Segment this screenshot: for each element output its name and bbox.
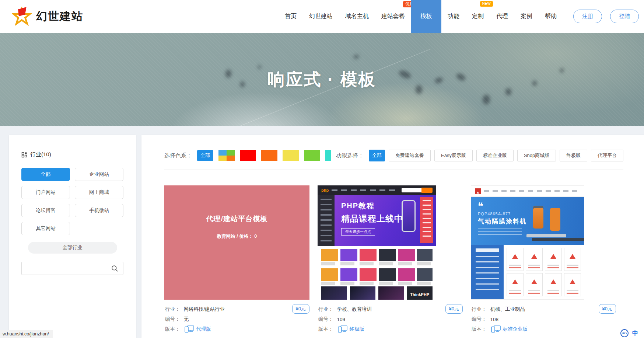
- code-label: 编号：: [165, 316, 180, 323]
- template-cards: 代理/建站平台模板 教育网站 / 价格： 0 行业： 网络科技/建站行业 编号：…: [164, 185, 623, 335]
- industry-value: 学校、教育培训: [337, 306, 372, 313]
- search-input[interactable]: [21, 262, 106, 275]
- nav-item-features[interactable]: 功能: [441, 0, 466, 33]
- filter-divider: [164, 170, 623, 170]
- industry-label: 行业：: [472, 306, 487, 313]
- preview-site-logo: [475, 188, 481, 194]
- template-preview-agency[interactable]: 代理/建站平台模板 教育网站 / 价格： 0: [164, 185, 309, 300]
- nav-item-huanshi[interactable]: 幻世建站: [303, 0, 339, 33]
- template-card: 代理/建站平台模板 教育网站 / 价格： 0 行业： 网络科技/建站行业 编号：…: [164, 185, 309, 335]
- preview-site-header: [471, 186, 584, 197]
- logo-star-icon: [12, 7, 32, 27]
- industry-label: 行业：: [165, 306, 180, 313]
- preview-site-logo: php: [321, 188, 329, 192]
- function-free-package[interactable]: 免费建站套餐: [389, 150, 431, 161]
- preview-dark-row: ThinkPHP: [321, 286, 433, 300]
- preview-category-sidebar: [471, 245, 504, 299]
- version-link[interactable]: 终极版: [350, 326, 365, 332]
- version-label: 版本：: [318, 326, 333, 332]
- template-info: 行业： 学校、教育培训 编号： 109 版本： 终: [318, 300, 463, 333]
- code-value: 无: [184, 316, 189, 323]
- industry-sidebar: 行业(10) 全部 企业网站 门户网站 网上商城 论坛博客 手机微站 其它网站 …: [9, 135, 136, 338]
- category-grid: 全部 企业网站 门户网站 网上商城 论坛博客 手机微站 其它网站: [21, 168, 123, 235]
- code-label: 编号：: [472, 316, 487, 323]
- nav-item-help[interactable]: 帮助: [539, 0, 563, 33]
- code-value: 108: [490, 317, 499, 322]
- devices-icon: [338, 325, 347, 333]
- main-area: 行业(10) 全部 企业网站 门户网站 网上商城 论坛博客 手机微站 其它网站 …: [0, 126, 644, 338]
- ime-indicator: iFLY 中: [620, 329, 638, 337]
- version-link[interactable]: 代理版: [196, 326, 211, 332]
- category-all[interactable]: 全部: [21, 168, 70, 181]
- sidebar-search: [21, 262, 123, 275]
- nav-item-packages[interactable]: 建站套餐 优惠: [375, 0, 411, 33]
- logo-text: 幻世建站: [36, 9, 83, 24]
- devices-icon: [185, 325, 194, 333]
- price-badge: ¥0元: [292, 304, 309, 314]
- devices-icon: [491, 325, 501, 333]
- preview-subtitle: 教育网站 / 价格： 0: [217, 233, 257, 240]
- category-mall[interactable]: 网上商城: [75, 186, 123, 199]
- function-standard[interactable]: 标准企业版: [476, 150, 514, 161]
- ime-ifly-icon[interactable]: iFLY: [620, 329, 629, 337]
- color-all-button[interactable]: 全部: [197, 150, 213, 161]
- login-button[interactable]: 登陆: [610, 10, 639, 23]
- color-filter-label: 选择色系：: [164, 152, 192, 159]
- color-swatch-multi[interactable]: [218, 150, 235, 161]
- all-industries-button[interactable]: 全部行业: [28, 242, 117, 254]
- function-ultimate[interactable]: 终极版: [560, 150, 587, 161]
- category-mobile[interactable]: 手机微站: [75, 204, 123, 217]
- preview-site-sidebar: [318, 195, 335, 246]
- nav-item-home[interactable]: 首页: [279, 0, 303, 33]
- version-link[interactable]: 标准企业版: [503, 326, 528, 332]
- industry-label: 行业：: [318, 306, 333, 313]
- preview-site-header: php: [318, 185, 436, 195]
- nav-item-cases[interactable]: 案例: [514, 0, 539, 33]
- category-portal[interactable]: 门户网站: [21, 186, 70, 199]
- register-button[interactable]: 注册: [573, 10, 602, 23]
- preview-hero-tag: 每天进步一点点: [341, 228, 375, 236]
- preview-promo-banner: [420, 197, 433, 243]
- preview-text-lines: [321, 262, 433, 265]
- preview-text-lines: [321, 282, 433, 285]
- nav-item-templates[interactable]: 模板: [411, 0, 441, 33]
- preview-brand-tile: ThinkPHP: [407, 286, 433, 300]
- preview-phone-mock: [402, 200, 416, 232]
- category-other[interactable]: 其它网站: [21, 222, 70, 235]
- preview-title: 代理/建站平台模板: [206, 214, 267, 224]
- function-easy[interactable]: Easy展示版: [434, 150, 473, 161]
- logo[interactable]: 幻世建站: [12, 7, 83, 27]
- industry-value: 网络科技/建站行业: [184, 306, 225, 313]
- auth-buttons: 注册 登陆: [573, 10, 639, 23]
- nav-item-custom-label: 定制: [472, 13, 484, 20]
- main-nav: 首页 幻世建站 域名主机 建站套餐 优惠 模板 功能 定制 NEW 代理 案例 …: [279, 0, 563, 33]
- template-info: 行业： 网络科技/建站行业 编号： 无 版本： 代: [164, 300, 309, 333]
- nav-item-domain-hosting[interactable]: 域名主机: [339, 0, 375, 33]
- code-label: 编号：: [318, 316, 333, 323]
- template-preview-industrial[interactable]: ❝ PQP4865A-877 气动隔膜涂料机: [471, 185, 584, 300]
- templates-panel: 选择色系： 全部 功能选择： 全部 免费建站套餐 Easy展示版 标准企业版 S…: [141, 135, 644, 338]
- color-swatch-orange[interactable]: [261, 150, 277, 161]
- template-card: ❝ PQP4865A-877 气动隔膜涂料机: [471, 185, 616, 335]
- preview-course-row: [321, 249, 433, 261]
- color-swatch-teal[interactable]: [325, 150, 331, 161]
- color-swatch-red[interactable]: [240, 150, 256, 161]
- search-button[interactable]: [106, 262, 123, 275]
- function-shop[interactable]: Shop商城版: [517, 150, 556, 161]
- category-enterprise[interactable]: 企业网站: [75, 168, 123, 181]
- color-swatch-green[interactable]: [304, 150, 320, 161]
- search-icon: [111, 265, 118, 272]
- page-title: 响应式 · 模板: [268, 68, 377, 91]
- color-swatch-yellow[interactable]: [283, 150, 299, 161]
- category-forum-blog[interactable]: 论坛博客: [21, 204, 70, 217]
- ime-lang[interactable]: 中: [632, 330, 638, 337]
- function-agent[interactable]: 代理平台: [591, 150, 623, 161]
- grid-icon: [21, 152, 27, 158]
- preview-text-lines: [478, 229, 522, 237]
- nav-item-agent[interactable]: 代理: [490, 0, 514, 33]
- filter-row: 选择色系： 全部 功能选择： 全部 免费建站套餐 Easy展示版 标准企业版 S…: [164, 150, 623, 161]
- function-all-button[interactable]: 全部: [369, 150, 385, 161]
- status-url: w.huanshi.co/jianzhan/: [0, 330, 53, 338]
- template-preview-education[interactable]: php PHP教程 精品课程上线中 每天进步一点点: [318, 185, 436, 300]
- nav-item-custom[interactable]: 定制 NEW: [466, 0, 490, 33]
